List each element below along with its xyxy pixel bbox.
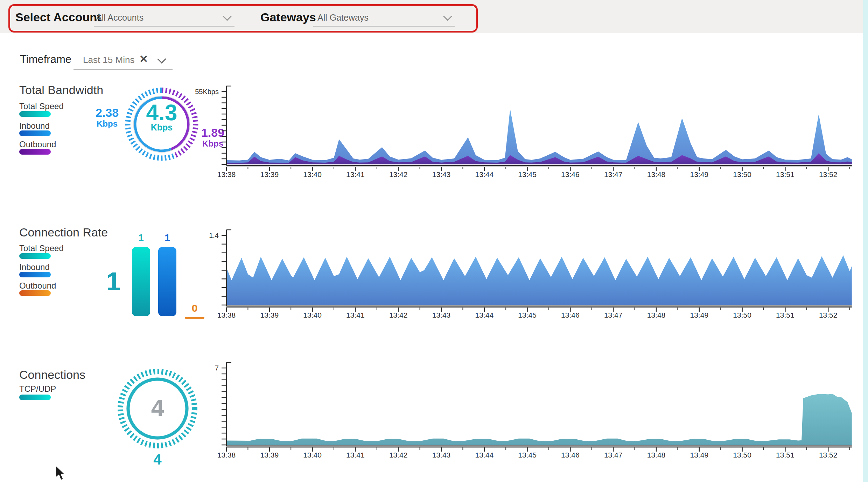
y-axis-top-label: 7 <box>215 364 219 372</box>
inbound-value: 2.38 Kbps <box>90 107 124 128</box>
bar-value-label: 1 <box>158 232 176 243</box>
x-tick-label: 13:48 <box>647 170 666 178</box>
bandwidth-total-number: 4.3 <box>123 102 200 123</box>
x-tick-label: 13:42 <box>389 170 408 178</box>
x-tick-label: 13:39 <box>260 311 279 319</box>
x-tick-label: 13:42 <box>389 311 408 319</box>
timeframe-row: Timeframe Last 15 Mins ✕ <box>0 49 245 77</box>
legend-swatch-inbound <box>19 130 51 136</box>
area-total_speed <box>226 109 852 164</box>
timeframe-label: Timeframe <box>20 53 71 66</box>
x-tick-label: 13:48 <box>647 311 666 319</box>
x-tick-label: 13:51 <box>776 170 794 178</box>
connection-rate-section-title: Connection Rate <box>19 226 108 239</box>
timeframe-underline <box>74 69 173 70</box>
x-tick-label: 13:51 <box>776 451 794 459</box>
gateways-label: Gateways <box>260 10 316 24</box>
connection-rate-chart: 1.413:3813:3913:4013:4113:4213:4313:4413… <box>189 224 868 329</box>
legend-label: Inbound <box>19 262 50 272</box>
x-tick-label: 13:52 <box>819 451 838 459</box>
bandwidth-chart: 55Kbps13:3813:3913:4013:4113:4213:4313:4… <box>189 84 868 182</box>
chevron-down-icon[interactable] <box>157 55 166 63</box>
legend-swatch-total-speed <box>19 253 51 259</box>
gateway-dropdown-underline <box>313 26 455 27</box>
x-tick-label: 13:41 <box>346 451 365 459</box>
x-tick-label: 13:46 <box>561 170 580 178</box>
y-axis-top-label: 1.4 <box>209 232 219 239</box>
x-tick-label: 13:48 <box>647 451 666 459</box>
x-tick-label: 13:38 <box>217 311 236 319</box>
area-connection_rate <box>226 255 852 305</box>
legend-swatch-total-speed <box>19 111 51 117</box>
legend-swatch-inbound <box>19 272 51 277</box>
legend-label: Total Speed <box>19 243 64 253</box>
chevron-down-icon[interactable] <box>443 12 452 21</box>
clear-icon[interactable]: ✕ <box>139 54 148 64</box>
area-tcp_udp_connections <box>226 394 852 445</box>
x-tick-label: 13:38 <box>217 170 236 178</box>
connections-section-title: Connections <box>19 368 85 382</box>
x-tick-label: 13:47 <box>604 451 623 459</box>
x-tick-label: 13:50 <box>733 170 751 178</box>
top-filter-bar: Select Account All Accounts Gateways All… <box>0 0 868 33</box>
account-dropdown-value: All Accounts <box>96 13 144 23</box>
y-axis-top-label: 55Kbps <box>195 88 219 95</box>
chevron-down-icon[interactable] <box>223 12 231 21</box>
x-tick-label: 13:38 <box>217 451 236 459</box>
connections-chart: 713:3813:3913:4013:4113:4213:4313:4413:4… <box>189 360 868 472</box>
x-tick-label: 13:49 <box>690 451 709 459</box>
legend-label: TCP/UDP <box>19 384 56 394</box>
dashboard-root: Select Account All Accounts Gateways All… <box>0 0 868 482</box>
x-tick-label: 13:52 <box>819 311 838 319</box>
y-axis: 55Kbps <box>195 86 231 165</box>
x-tick-label: 13:41 <box>346 311 365 319</box>
x-tick-label: 13:47 <box>604 170 623 178</box>
x-tick-label: 13:49 <box>690 170 709 178</box>
x-tick-label: 13:44 <box>475 311 494 319</box>
connection-rate-summary-value: 1 <box>99 267 127 296</box>
x-tick-label: 13:50 <box>733 451 751 459</box>
inbound-number: 2.38 <box>90 107 124 119</box>
x-tick-label: 13:41 <box>346 170 365 178</box>
legend-swatch-outbound <box>19 149 51 155</box>
x-axis: 13:3813:3913:4013:4113:4213:4313:4413:45… <box>217 165 852 178</box>
connections-gauge-value: 4 <box>115 395 200 421</box>
bar-value-label: 1 <box>132 232 150 243</box>
legend-label: Outbound <box>19 140 56 149</box>
gateway-dropdown[interactable]: All Gateways <box>313 7 455 27</box>
timeframe-dropdown[interactable]: Last 15 Mins ✕ <box>74 49 173 71</box>
x-tick-label: 13:45 <box>518 170 537 178</box>
x-tick-label: 13:39 <box>260 451 279 459</box>
right-edge-strip <box>863 0 868 482</box>
x-tick-label: 13:51 <box>776 311 794 319</box>
x-tick-label: 13:39 <box>260 170 279 178</box>
y-axis: 7 <box>215 362 231 446</box>
x-tick-label: 13:46 <box>561 311 580 319</box>
legend-label: Outbound <box>19 281 56 291</box>
x-tick-label: 13:40 <box>303 311 322 319</box>
chart-areas <box>226 394 852 445</box>
inbound-unit: Kbps <box>90 119 124 128</box>
x-tick-label: 13:44 <box>475 451 494 459</box>
bandwidth-total-unit: Kbps <box>123 123 200 132</box>
total-speed-bar <box>132 247 150 316</box>
bandwidth-section-title: Total Bandwidth <box>19 83 103 97</box>
inbound-bar <box>158 247 176 316</box>
x-tick-label: 13:43 <box>432 451 451 459</box>
x-tick-label: 13:50 <box>733 311 751 319</box>
legend-swatch-tcp-udp <box>19 395 51 400</box>
bandwidth-gauge-value: 4.3 Kbps <box>123 102 200 132</box>
x-tick-label: 13:46 <box>561 451 580 459</box>
mouse-cursor-icon <box>54 465 70 481</box>
chart-areas <box>226 255 852 305</box>
legend-swatch-outbound <box>19 290 51 296</box>
chart-areas <box>226 109 852 164</box>
select-account-label: Select Account <box>15 10 101 24</box>
timeframe-value: Last 15 Mins <box>83 55 134 65</box>
legend-label: Inbound <box>19 121 50 131</box>
x-tick-label: 13:43 <box>432 170 451 178</box>
legend-label: Total Speed <box>19 101 64 111</box>
account-dropdown[interactable]: All Accounts <box>94 7 234 27</box>
x-tick-label: 13:49 <box>690 311 709 319</box>
x-tick-label: 13:52 <box>819 170 838 178</box>
